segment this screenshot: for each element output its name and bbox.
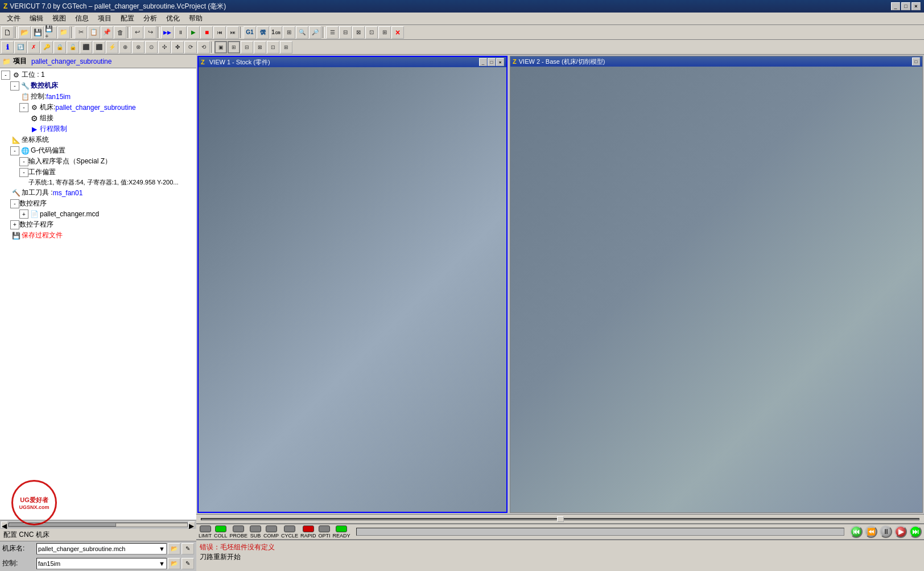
- view2-maximize[interactable]: □: [912, 57, 920, 65]
- tree-node-nc-sub[interactable]: + 数控子程序: [1, 219, 195, 230]
- menu-file[interactable]: 文件: [2, 13, 25, 24]
- menu-edit[interactable]: 编辑: [25, 13, 48, 24]
- tree-node-mach[interactable]: - ⚙ 机床: pallet_changer_subroutine: [1, 102, 195, 113]
- control-edit-btn[interactable]: ✎: [182, 558, 194, 569]
- tb2-view4[interactable]: ⊠: [254, 41, 266, 54]
- toggle-nc-prog[interactable]: -: [10, 199, 19, 208]
- tb2-view2[interactable]: ⊞: [228, 41, 240, 54]
- tb-g1[interactable]: G1: [244, 26, 256, 39]
- tb2-t4[interactable]: 🔒: [53, 41, 66, 54]
- tb2-t13[interactable]: ✤: [171, 41, 184, 54]
- tree-node-machine[interactable]: - 🔧 数控机床: [1, 80, 195, 91]
- tb2-t15[interactable]: ⟲: [197, 41, 210, 54]
- menu-project[interactable]: 项目: [93, 13, 116, 24]
- tb2-t2[interactable]: ✗: [27, 41, 40, 54]
- tb-g4[interactable]: ⊞: [283, 26, 295, 39]
- maximize-button[interactable]: □: [901, 2, 910, 10]
- nav-start-btn[interactable]: ⏮: [850, 525, 863, 538]
- toggle-mcd[interactable]: +: [19, 209, 28, 219]
- tree-node-travel[interactable]: ▶ 行程限制: [1, 124, 195, 134]
- tb-redo[interactable]: ↪: [144, 26, 156, 39]
- tb2-view1[interactable]: ▣: [214, 41, 227, 54]
- tb2-t3[interactable]: 🔑: [40, 41, 53, 54]
- nav-stop-btn[interactable]: ▶: [894, 525, 907, 538]
- minimize-button[interactable]: _: [891, 2, 900, 10]
- tree-node-subsys[interactable]: 子系统:1, 寄存器:54, 子寄存器:1, 值:X249.958 Y-200.…: [1, 178, 195, 187]
- machine-edit-btn[interactable]: ✎: [182, 543, 194, 554]
- nav-pause-btn[interactable]: ⏸: [880, 525, 892, 538]
- tb2-t1[interactable]: 🔃: [14, 41, 27, 54]
- tb2-t6[interactable]: ⬛: [80, 41, 92, 54]
- view1-minimize[interactable]: _: [479, 58, 487, 66]
- toggle-station[interactable]: -: [1, 71, 10, 80]
- tb2-t14[interactable]: ⟳: [184, 41, 197, 54]
- tb-g6[interactable]: 🔎: [309, 26, 321, 39]
- tb-saveas[interactable]: 💾+: [44, 26, 57, 39]
- nav-end-btn[interactable]: ⏭: [909, 525, 922, 538]
- tree-node-nc-prog[interactable]: - 数控程序: [1, 198, 195, 209]
- tb2-view5[interactable]: ⊡: [267, 41, 279, 54]
- toggle-machine[interactable]: -: [10, 81, 19, 91]
- scroll-right-btn[interactable]: ▶: [188, 521, 195, 528]
- tree-node-tool[interactable]: 🔨 加工刀具 : ms_fan01: [1, 187, 195, 198]
- tb-h1[interactable]: ☰: [326, 26, 339, 39]
- menu-config[interactable]: 配置: [116, 13, 139, 24]
- tb-paste[interactable]: 📌: [101, 26, 113, 39]
- tb-undo[interactable]: ↩: [131, 26, 143, 39]
- menu-analysis[interactable]: 分析: [139, 13, 162, 24]
- machine-browse-btn[interactable]: 📂: [168, 543, 180, 554]
- tb-h3[interactable]: ⊠: [352, 26, 365, 39]
- tb2-t12[interactable]: ✣: [158, 41, 171, 54]
- toggle-prog-origin[interactable]: -: [19, 157, 28, 166]
- menu-help[interactable]: 帮助: [184, 13, 207, 24]
- tb2-snap[interactable]: ⚡: [106, 41, 118, 54]
- tb-open2[interactable]: 📁: [57, 26, 70, 39]
- tree-node-joint[interactable]: ⚙ 组接: [1, 113, 195, 124]
- tb2-t5[interactable]: 🔓: [67, 41, 79, 54]
- tb-open[interactable]: 📂: [18, 26, 31, 39]
- tb2-t11[interactable]: ⊙: [145, 41, 158, 54]
- tb2-t9[interactable]: ⊕: [119, 41, 131, 54]
- view1-close[interactable]: ×: [496, 58, 504, 66]
- tb-h2[interactable]: ⊟: [339, 26, 352, 39]
- menu-view[interactable]: 视图: [48, 13, 71, 24]
- tb-h4[interactable]: ⊡: [365, 26, 378, 39]
- tb-g5[interactable]: 🔍: [296, 26, 308, 39]
- tb2-info[interactable]: ℹ: [1, 41, 14, 54]
- toolbar-new[interactable]: 🗋: [1, 26, 14, 39]
- close-button[interactable]: ×: [911, 2, 921, 10]
- tb-tool6[interactable]: ⏭: [226, 26, 239, 39]
- scroll-thumb[interactable]: [9, 523, 116, 527]
- tb-tool3[interactable]: ▶: [187, 26, 200, 39]
- tb-tool4[interactable]: ⏹: [200, 26, 213, 39]
- tree-node-control[interactable]: 📋 控制: fan15im: [1, 91, 195, 102]
- menu-info[interactable]: 信息: [71, 13, 93, 24]
- tree-node-coord[interactable]: 📐 坐标系统: [1, 134, 195, 145]
- toggle-gcode[interactable]: -: [10, 146, 19, 155]
- tb-tool5[interactable]: ⏮: [213, 26, 226, 39]
- toggle-nc-sub[interactable]: +: [10, 220, 19, 229]
- tb-tool1[interactable]: ▶▶: [161, 26, 174, 39]
- playback-slider[interactable]: [196, 514, 924, 523]
- horiz-scrollbar[interactable]: ◀ ▶: [0, 520, 196, 529]
- machine-dropdown[interactable]: pallet_changer_subroutine.mch ▼: [36, 543, 167, 554]
- view1-maximize[interactable]: □: [488, 58, 496, 66]
- tb-delete[interactable]: 🗑: [114, 26, 126, 39]
- tb-g2[interactable]: 馔: [257, 26, 269, 39]
- tree-node-save[interactable]: 💾 保存过程文件: [1, 230, 195, 241]
- control-dropdown[interactable]: fan15im ▼: [36, 558, 167, 569]
- tb-copy[interactable]: 📋: [88, 26, 100, 39]
- tree-node-mcd[interactable]: + 📄 pallet_changer.mcd: [1, 209, 195, 219]
- control-browse-btn[interactable]: 📂: [168, 558, 180, 569]
- tree-view[interactable]: - ⚙ 工位 : 1 - 🔧 数控机床 📋 控制: fa: [0, 68, 196, 520]
- menu-optimize[interactable]: 优化: [162, 13, 184, 24]
- tb-tool2[interactable]: ⏸: [174, 26, 187, 39]
- nav-prev-btn[interactable]: ⏪: [865, 525, 877, 538]
- tb2-t7[interactable]: ⬛: [93, 41, 105, 54]
- toggle-work-offset[interactable]: -: [19, 168, 28, 177]
- tree-node-station[interactable]: - ⚙ 工位 : 1: [1, 69, 195, 80]
- tree-node-program-origin[interactable]: - 输入程序零点（Special Z）: [1, 156, 195, 167]
- tb-save[interactable]: 💾: [31, 26, 44, 39]
- tree-node-work-offset[interactable]: - 工作偏置: [1, 167, 195, 178]
- tb-close-x[interactable]: ×: [391, 26, 404, 39]
